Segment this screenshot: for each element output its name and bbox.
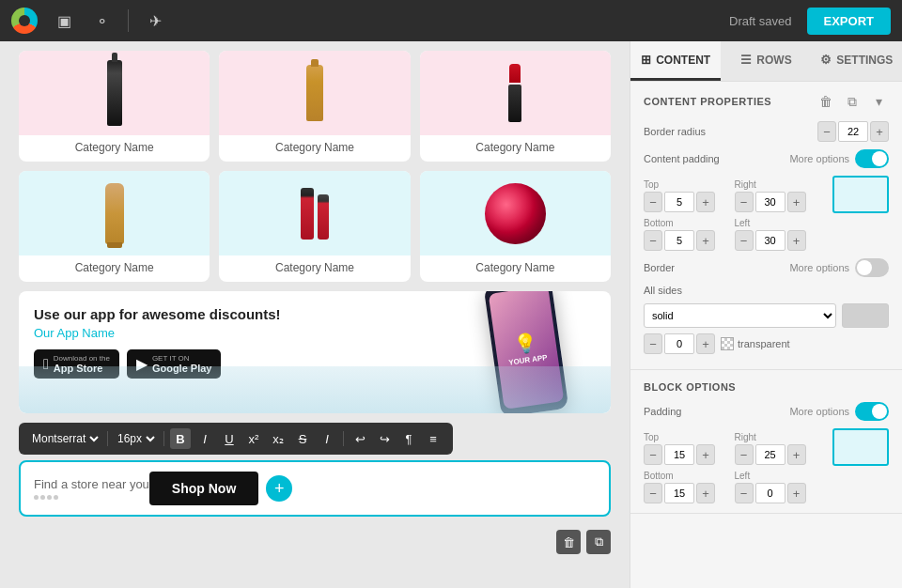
product-label-3: Category Name xyxy=(475,135,554,162)
block-right-plus[interactable]: + xyxy=(787,444,806,465)
product-card-5[interactable]: Category Name xyxy=(219,171,410,282)
block-left-label: Left xyxy=(735,471,820,481)
border-radius-plus[interactable]: + xyxy=(870,121,889,142)
border-style-select[interactable]: solid dashed dotted xyxy=(644,303,836,328)
border-width-plus[interactable]: + xyxy=(696,333,715,354)
border-style-row: solid dashed dotted xyxy=(644,303,889,328)
delete-section-button[interactable]: 🗑 xyxy=(816,91,836,112)
product-card-2[interactable]: Category Name xyxy=(219,51,410,162)
padding-preview-box xyxy=(832,176,889,213)
product-card-3[interactable]: Category Name xyxy=(420,51,611,162)
shop-now-button[interactable]: Shop Now xyxy=(149,472,258,505)
block-bottom-input[interactable] xyxy=(664,483,694,503)
block-top-minus[interactable]: − xyxy=(644,444,662,465)
drag-handle[interactable] xyxy=(34,495,149,500)
tab-content[interactable]: ⊞ CONTENT xyxy=(630,41,721,81)
block-left-minus[interactable]: − xyxy=(735,483,754,503)
collapse-section-button[interactable]: ▾ xyxy=(868,91,889,112)
padding-left-minus[interactable]: − xyxy=(735,230,754,251)
product-grid-row2: Category Name Category Name Category Nam… xyxy=(19,171,611,282)
font-size-select[interactable]: 16px xyxy=(114,431,158,446)
block-left-input[interactable] xyxy=(755,483,785,503)
font-family-select[interactable]: Montserrat xyxy=(28,431,101,446)
block-padding-more-options[interactable]: More options xyxy=(789,406,849,417)
block-right-minus[interactable]: − xyxy=(735,444,754,465)
block-options-header: BLOCK OPTIONS xyxy=(644,381,889,393)
padding-bottom-minus[interactable]: − xyxy=(644,230,662,251)
align-button[interactable]: ¶ xyxy=(398,428,419,449)
italic-button[interactable]: I xyxy=(194,428,215,449)
product-card-1[interactable]: Category Name xyxy=(19,51,210,162)
rows-tab-icon: ☰ xyxy=(740,53,752,67)
border-radius-input-group: − + xyxy=(817,121,889,142)
content-padding-more-options[interactable]: More options xyxy=(789,153,849,164)
find-store-row: Find a store near you Shop Now + xyxy=(19,460,611,517)
block-right-group: − + xyxy=(735,444,820,465)
product-image-6 xyxy=(420,171,611,255)
padding-right-input[interactable] xyxy=(755,192,785,212)
padding-top-plus[interactable]: + xyxy=(696,192,715,212)
view-icon[interactable]: ⚬ xyxy=(90,9,113,32)
border-radius-input[interactable] xyxy=(838,121,868,142)
app-logo[interactable] xyxy=(11,8,38,34)
bold-button[interactable]: B xyxy=(170,428,191,449)
undo-button[interactable]: ↩ xyxy=(350,428,370,449)
border-width-minus[interactable]: − xyxy=(644,333,662,354)
border-radius-minus[interactable]: − xyxy=(817,121,836,142)
border-width-input[interactable] xyxy=(664,333,694,354)
underline-button[interactable]: U xyxy=(219,428,240,449)
content-properties-section: CONTENT PROPERTIES 🗑 ⧉ ▾ Border radius −… xyxy=(630,82,902,370)
canvas-area: Category Name Category Name Category Nam… xyxy=(0,41,630,588)
toolbar-divider-2 xyxy=(163,431,164,446)
copy-section-button[interactable]: ⧉ xyxy=(842,91,863,112)
padding-left-plus[interactable]: + xyxy=(787,230,806,251)
lipstick-shape xyxy=(508,64,521,122)
border-toggle[interactable] xyxy=(855,258,889,277)
border-color-preview[interactable] xyxy=(842,303,889,328)
border-row: Border More options xyxy=(644,258,889,277)
block-top-group: − + xyxy=(644,444,729,465)
block-bottom-minus[interactable]: − xyxy=(644,483,662,503)
right-panel: ⊞ CONTENT ☰ ROWS ⚙ SETTINGS CONTENT PROP… xyxy=(630,41,902,588)
subscript-button[interactable]: x₂ xyxy=(268,428,288,449)
product-card-4[interactable]: Category Name xyxy=(19,171,210,282)
border-radius-row: Border radius − + xyxy=(644,121,889,142)
padding-right-minus[interactable]: − xyxy=(735,192,754,212)
block-left-plus[interactable]: + xyxy=(787,483,806,503)
delete-block-button[interactable]: 🗑 xyxy=(556,530,581,554)
block-top-input[interactable] xyxy=(664,444,694,465)
padding-bottom-group: − + xyxy=(644,230,729,251)
block-bottom-plus[interactable]: + xyxy=(696,483,715,503)
padding-top-input[interactable] xyxy=(664,192,694,212)
product-card-6[interactable]: Category Name xyxy=(420,171,611,282)
padding-bottom-plus[interactable]: + xyxy=(696,230,715,251)
preview-icon[interactable]: ✈ xyxy=(144,9,166,32)
padding-top-group: − + xyxy=(644,192,729,212)
padding-left-cell: Left − + xyxy=(735,218,820,251)
block-top-plus[interactable]: + xyxy=(696,444,715,465)
block-padding-toggle[interactable] xyxy=(855,402,889,421)
content-padding-toggle[interactable] xyxy=(855,149,889,168)
padding-left-input[interactable] xyxy=(755,230,785,251)
redo-button[interactable]: ↪ xyxy=(374,428,395,449)
export-button[interactable]: EXPORT xyxy=(807,8,891,35)
copy-block-button[interactable]: ⧉ xyxy=(586,530,611,554)
copy-icon[interactable]: ▣ xyxy=(53,9,75,32)
find-store-container: Find a store near you Shop Now + 🗑 ⧉ xyxy=(19,460,611,558)
panel-tabs: ⊞ CONTENT ☰ ROWS ⚙ SETTINGS xyxy=(630,41,902,82)
padding-left-label: Left xyxy=(735,218,820,228)
tab-rows[interactable]: ☰ ROWS xyxy=(721,41,811,81)
padding-bottom-input[interactable] xyxy=(664,230,694,251)
superscript-button[interactable]: x² xyxy=(243,428,264,449)
border-radius-label: Border radius xyxy=(644,126,817,137)
block-right-input[interactable] xyxy=(755,444,785,465)
strikethrough-button[interactable]: S xyxy=(292,428,313,449)
italic2-button[interactable]: I xyxy=(317,428,337,449)
add-element-button[interactable]: + xyxy=(266,475,292,502)
more-button[interactable]: ≡ xyxy=(423,428,443,449)
padding-top-cell: Top − + xyxy=(644,179,729,212)
padding-top-minus[interactable]: − xyxy=(644,192,662,212)
border-more-options[interactable]: More options xyxy=(789,262,849,273)
padding-right-plus[interactable]: + xyxy=(787,192,806,212)
tab-settings[interactable]: ⚙ SETTINGS xyxy=(812,41,902,81)
